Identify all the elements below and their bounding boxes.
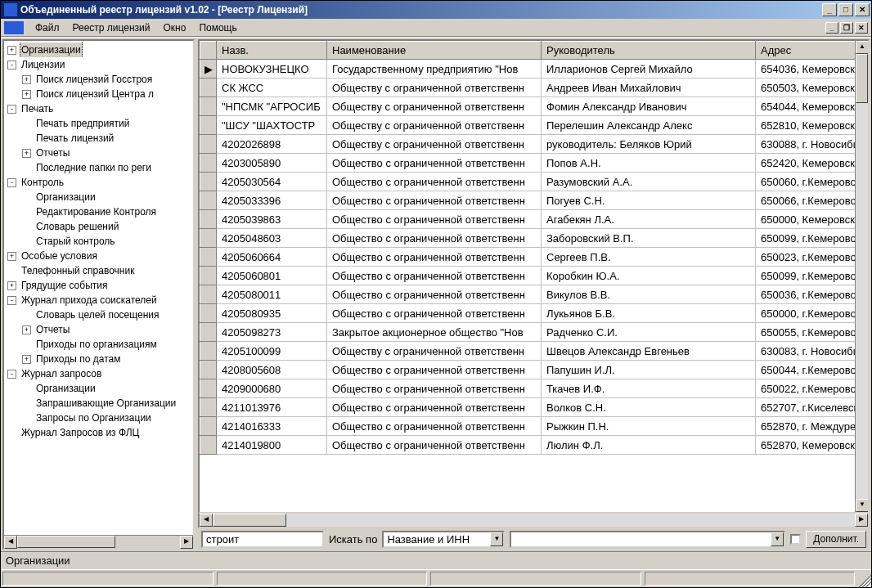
collapse-icon[interactable]: - xyxy=(7,61,16,70)
mdi-close-button[interactable]: ✕ xyxy=(855,22,868,34)
mdi-restore-button[interactable]: ❐ xyxy=(840,22,853,34)
column-header[interactable]: Наименование xyxy=(327,42,542,60)
tree-item[interactable]: Телефонный справочник xyxy=(4,263,193,278)
table-row[interactable]: 4205039863Общество с ограниченной ответс… xyxy=(200,210,856,229)
scroll-down-icon[interactable]: ▼ xyxy=(856,499,869,512)
table-row[interactable]: 4205048603Общество с ограниченной ответс… xyxy=(200,229,856,248)
tree-item[interactable]: Журнал Запросов из ФЛЦ xyxy=(4,425,193,440)
grid-table[interactable]: Назв.НаименованиеРуководительАдрес ▶ НОВ… xyxy=(200,41,855,455)
table-row[interactable]: 4214016333Общество с ограниченной ответс… xyxy=(200,417,856,436)
table-row[interactable]: 4205100099Обществу с ограниченной ответс… xyxy=(200,342,856,361)
row-marker xyxy=(200,154,217,173)
search-by-label: Искать по xyxy=(329,533,377,545)
expand-icon[interactable]: + xyxy=(22,149,31,158)
expand-icon[interactable]: + xyxy=(22,90,31,99)
expand-icon[interactable]: + xyxy=(22,325,31,334)
maximize-button[interactable]: □ xyxy=(838,3,853,16)
table-row[interactable]: 4205060664Общество с ограниченной ответс… xyxy=(200,248,856,267)
grid-scroll-right-icon[interactable]: ▶ xyxy=(855,514,868,527)
tree-item[interactable]: +Поиск лицензий Госстроя xyxy=(4,72,193,87)
collapse-icon[interactable]: - xyxy=(7,105,16,114)
table-row[interactable]: 4205033396Общество с ограниченной ответс… xyxy=(200,191,856,210)
table-row[interactable]: 4211013976Общество с ограниченной ответс… xyxy=(200,398,856,417)
search-by-combo[interactable]: Название и ИНН ▼ xyxy=(382,531,505,548)
column-header[interactable]: Назв. xyxy=(217,42,327,60)
table-row[interactable]: ▶ НОВОКУЗНЕЦКОГосударственному предприят… xyxy=(200,60,856,79)
search-input[interactable] xyxy=(201,531,324,548)
expand-icon[interactable]: + xyxy=(7,252,16,261)
minimize-button[interactable]: _ xyxy=(822,3,837,16)
grid-vscrollbar[interactable]: ▲ ▼ xyxy=(855,41,868,512)
mdi-minimize-button[interactable]: _ xyxy=(825,22,838,34)
search-checkbox[interactable] xyxy=(790,534,801,545)
tree-item[interactable]: -Контроль xyxy=(4,175,193,190)
tree-item[interactable]: +Отчеты xyxy=(4,146,193,160)
tree-item[interactable]: Последние папки по реги xyxy=(4,160,193,175)
menu-registry[interactable]: Реестр лицензий xyxy=(66,20,157,35)
tree-item[interactable]: +Приходы по датам xyxy=(4,352,193,366)
table-row[interactable]: 4205060801Общество с ограниченной ответс… xyxy=(200,267,856,285)
collapse-icon[interactable]: - xyxy=(7,178,16,187)
tree-item[interactable]: -Журнал прихода соискателей xyxy=(4,293,193,307)
tree-item[interactable]: +Организации xyxy=(4,43,193,57)
table-row[interactable]: 4208005608Общество с ограниченной ответс… xyxy=(200,361,856,379)
tree-item[interactable]: Редактирование Контроля xyxy=(4,204,193,219)
table-row[interactable]: 4205080935Общество с ограниченной ответс… xyxy=(200,304,856,323)
tree-item[interactable]: +Грядущие события xyxy=(4,278,193,293)
nav-tree-list[interactable]: +Организации-Лицензии+Поиск лицензий Гос… xyxy=(4,41,193,535)
expand-icon[interactable]: + xyxy=(22,75,31,84)
tree-item[interactable]: Запросы по Организации xyxy=(4,411,193,425)
scroll-right-icon[interactable]: ▶ xyxy=(180,536,193,549)
tree-item[interactable]: Запрашивающие Организации xyxy=(4,396,193,411)
expand-icon[interactable]: + xyxy=(7,46,16,55)
tree-item[interactable]: +Поиск лицензий Центра л xyxy=(4,87,193,101)
tree-item[interactable]: +Особые условия xyxy=(4,249,193,263)
tree-item[interactable]: -Лицензии xyxy=(4,57,193,72)
tree-item[interactable]: Старый контроль xyxy=(4,234,193,249)
tree-item[interactable]: -Печать xyxy=(4,101,193,116)
tree-item[interactable]: Организации xyxy=(4,381,193,396)
tree-item[interactable]: Печать лицензий xyxy=(4,131,193,146)
scroll-left-icon[interactable]: ◀ xyxy=(4,536,17,549)
grid-scroll-left-icon[interactable]: ◀ xyxy=(200,514,213,527)
cell: Общество с ограниченной ответственн xyxy=(327,267,542,285)
chevron-down-icon[interactable]: ▼ xyxy=(771,532,784,546)
chevron-down-icon[interactable]: ▼ xyxy=(490,532,503,546)
collapse-icon[interactable]: - xyxy=(7,296,16,305)
table-row[interactable]: СК ЖССОбществу с ограниченной ответствен… xyxy=(200,79,856,97)
tree-item[interactable]: -Журнал запросов xyxy=(4,366,193,381)
table-row[interactable]: 4214019800Общество с ограниченной ответс… xyxy=(200,436,856,455)
grid-hscrollbar[interactable]: ◀ ▶ xyxy=(198,514,870,528)
menu-window[interactable]: Окно xyxy=(157,20,193,35)
table-row[interactable]: 4202026898Обществу с ограниченной ответс… xyxy=(200,135,856,154)
tree-hscrollbar[interactable]: ◀ ▶ xyxy=(4,535,193,548)
table-row[interactable]: 4205098273Закрытое акционерное общество … xyxy=(200,323,856,342)
menu-help[interactable]: Помощь xyxy=(192,20,243,35)
table-row[interactable]: "НПСМК "АГРОСИБОбществу с ограниченной о… xyxy=(200,97,856,116)
table-row[interactable]: 4205080011Общество с ограниченной ответс… xyxy=(200,285,856,304)
tree-item[interactable]: Словарь целей посещения xyxy=(4,307,193,322)
tree-item[interactable]: Организации xyxy=(4,190,193,204)
grid-vscroll-thumb[interactable] xyxy=(856,54,868,103)
table-row[interactable]: "ШСУ "ШАХТОСТРОбществу с ограниченной от… xyxy=(200,116,856,135)
resize-grip-icon[interactable] xyxy=(856,570,871,587)
expand-icon[interactable]: + xyxy=(7,281,16,290)
close-button[interactable]: ✕ xyxy=(855,3,870,16)
tree-item[interactable]: Печать предприятий xyxy=(4,116,193,131)
column-header[interactable]: Адрес xyxy=(756,42,856,60)
tree-item[interactable]: +Отчеты xyxy=(4,322,193,337)
grid-hscroll-thumb[interactable] xyxy=(213,514,286,527)
table-row[interactable]: 4203005890Общество с ограниченной ответс… xyxy=(200,154,856,173)
tree-hscroll-thumb[interactable] xyxy=(17,536,115,548)
scroll-up-icon[interactable]: ▲ xyxy=(856,41,869,54)
expand-icon[interactable]: + xyxy=(22,355,31,364)
tree-item[interactable]: Приходы по организациям xyxy=(4,337,193,352)
collapse-icon[interactable]: - xyxy=(7,370,16,379)
search-extra-button[interactable]: Дополнит. xyxy=(806,531,866,548)
tree-item[interactable]: Словарь решений xyxy=(4,219,193,234)
menu-file[interactable]: Файл xyxy=(29,20,66,35)
table-row[interactable]: 4205030564Общество с ограниченной ответс… xyxy=(200,173,856,191)
column-header[interactable]: Руководитель xyxy=(542,42,756,60)
table-row[interactable]: 4209000680Общество с ограниченной ответс… xyxy=(200,379,856,398)
search-extra-combo[interactable]: ▼ xyxy=(510,531,785,548)
